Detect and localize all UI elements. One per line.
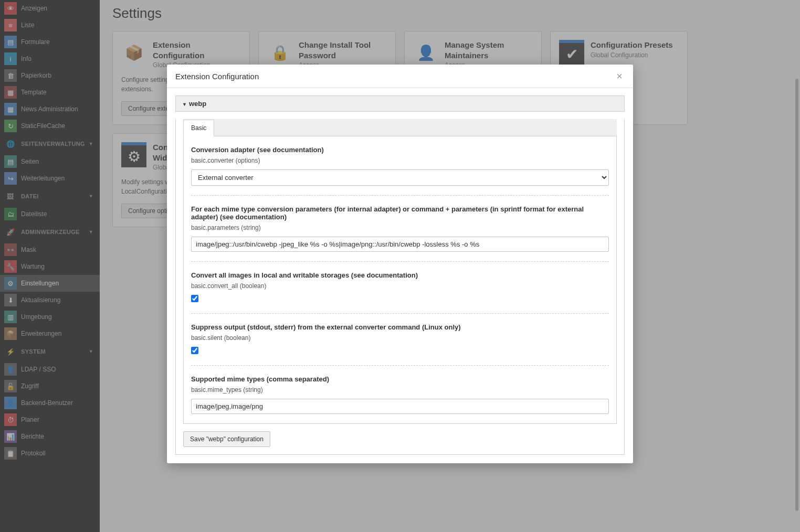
field-label: Supported mime types (comma separated) — [191, 375, 609, 383]
modal-header: Extension Configuration × — [167, 65, 633, 88]
modal-overlay: Extension Configuration × ▼webp Basic Co… — [0, 0, 800, 532]
extension-config-modal: Extension Configuration × ▼webp Basic Co… — [167, 65, 633, 463]
close-button[interactable]: × — [614, 71, 625, 81]
field-silent: Suppress output (stdout, stderr) from th… — [191, 323, 609, 366]
field-mime-types: Supported mime types (comma separated) b… — [191, 375, 609, 414]
accordion-label: webp — [189, 100, 206, 108]
field-key: basic.silent (boolean) — [191, 334, 609, 342]
field-label: Convert all images in local and writable… — [191, 271, 609, 279]
field-convert-all: Convert all images in local and writable… — [191, 271, 609, 314]
field-label: Conversion adapter (see documentation) — [191, 146, 609, 154]
mime-types-input[interactable] — [191, 399, 609, 414]
caret-down-icon: ▼ — [182, 102, 187, 107]
accordion-body: Basic Conversion adapter (see documentat… — [175, 119, 625, 455]
field-key: basic.parameters (string) — [191, 224, 609, 231]
converter-select[interactable]: External converter — [191, 169, 609, 186]
field-converter: Conversion adapter (see documentation) b… — [191, 146, 609, 196]
field-key: basic.mime_types (string) — [191, 386, 609, 393]
accordion-header-webp[interactable]: ▼webp — [175, 95, 625, 112]
modal-title: Extension Configuration — [175, 72, 259, 81]
convert-all-checkbox[interactable] — [191, 295, 198, 302]
modal-body: ▼webp Basic Conversion adapter (see docu… — [167, 88, 633, 463]
field-parameters: For each mime type conversion parameters… — [191, 205, 609, 262]
tab-bar: Basic — [183, 119, 617, 136]
field-key: basic.convert_all (boolean) — [191, 282, 609, 290]
silent-checkbox[interactable] — [191, 347, 198, 354]
field-label: For each mime type conversion parameters… — [191, 205, 609, 221]
tab-panel-basic: Conversion adapter (see documentation) b… — [183, 136, 617, 424]
scrollbar[interactable] — [795, 79, 798, 511]
save-webp-button[interactable]: Save "webp" configuration — [183, 431, 270, 447]
parameters-input[interactable] — [191, 237, 609, 252]
field-key: basic.converter (options) — [191, 157, 609, 164]
field-label: Suppress output (stdout, stderr) from th… — [191, 323, 609, 331]
tab-basic[interactable]: Basic — [183, 120, 214, 136]
